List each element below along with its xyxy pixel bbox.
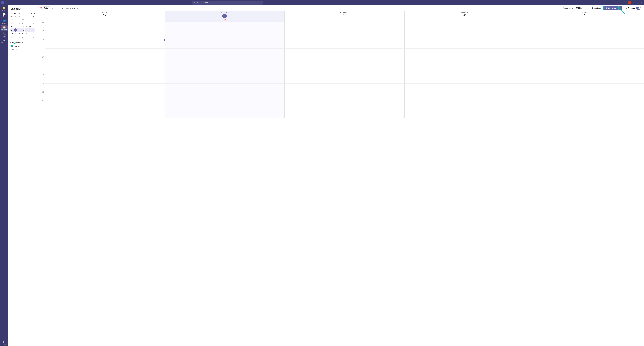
time-cell-19-fri[interactable] bbox=[524, 101, 644, 110]
time-cell-19-wed[interactable] bbox=[284, 101, 404, 110]
sidebar-item-calendar[interactable]: 📅 Calendar bbox=[0, 25, 8, 31]
time-cell-15-mon[interactable] bbox=[45, 66, 164, 75]
time-cell-11-wed[interactable] bbox=[284, 31, 404, 40]
sidebar-item-teams[interactable]: 👥 Teams bbox=[0, 19, 8, 25]
time-cell-17-fri[interactable] bbox=[524, 83, 644, 92]
sidebar-item-more[interactable]: ··· bbox=[0, 336, 8, 340]
time-cell-11-tue[interactable] bbox=[164, 31, 284, 40]
mini-cal-day[interactable]: 3 bbox=[10, 21, 14, 25]
mini-cal-day[interactable]: 26 bbox=[18, 32, 21, 35]
mini-cal-prev-btn[interactable]: ▲ bbox=[30, 12, 33, 15]
nav-forward-btn[interactable]: › bbox=[9, 1, 11, 4]
mini-cal-day[interactable]: 5 bbox=[18, 21, 21, 25]
filter-btn[interactable]: ☰ Filter ▾ bbox=[575, 6, 585, 10]
time-cell-14-fri[interactable] bbox=[524, 57, 644, 66]
time-cell-12-wed[interactable] bbox=[284, 40, 404, 48]
mini-cal-day[interactable]: 14 bbox=[25, 25, 28, 28]
time-cell-11-mon[interactable] bbox=[45, 31, 164, 40]
sidebar-item-activity[interactable]: 🔔 Activity bbox=[0, 6, 8, 12]
time-cell-10-thu[interactable] bbox=[404, 22, 524, 31]
time-cell-13-wed[interactable] bbox=[284, 48, 404, 57]
mini-cal-day[interactable]: 7 bbox=[25, 21, 28, 25]
mini-cal-day[interactable]: 17 bbox=[10, 28, 14, 32]
new-calendar-toggle[interactable] bbox=[636, 7, 641, 10]
mini-cal-day[interactable] bbox=[14, 35, 17, 39]
time-cell-15-wed[interactable] bbox=[284, 66, 404, 75]
mini-cal-day[interactable]: 2 bbox=[32, 32, 35, 35]
time-cell-12-mon[interactable] bbox=[45, 40, 164, 48]
time-cell-14-tue[interactable] bbox=[164, 57, 284, 66]
mini-cal-day[interactable]: 15 bbox=[28, 25, 32, 28]
mini-cal-day[interactable]: 6 bbox=[21, 21, 24, 25]
time-cell-12-tue[interactable] bbox=[164, 40, 284, 48]
time-cell-17-thu[interactable] bbox=[404, 83, 524, 92]
time-cell-20-wed[interactable] bbox=[284, 110, 404, 119]
mini-cal-day[interactable]: 10 bbox=[10, 25, 14, 28]
mini-cal-day[interactable]: 12 bbox=[18, 25, 21, 28]
sidebar-item-apps[interactable]: ⊞ Apps bbox=[0, 340, 8, 346]
mini-cal-day[interactable]: 1 bbox=[28, 32, 32, 35]
maximize-btn[interactable]: □ bbox=[636, 1, 639, 4]
time-cell-12-thu[interactable] bbox=[404, 40, 524, 48]
time-cell-10-tue[interactable] bbox=[164, 22, 284, 31]
time-cell-16-thu[interactable] bbox=[404, 75, 524, 83]
day-header-thu[interactable]: Thursday 20 bbox=[404, 11, 524, 22]
mini-cal-day[interactable]: 5 bbox=[18, 35, 21, 39]
time-cell-17-wed[interactable] bbox=[284, 83, 404, 92]
more-options-btn[interactable]: ··· bbox=[624, 1, 627, 4]
calendar-item-main[interactable]: ✓ Calendar bbox=[9, 45, 36, 48]
time-cell-14-mon[interactable] bbox=[45, 57, 164, 66]
mini-cal-day[interactable]: 6 bbox=[21, 35, 24, 39]
time-cell-13-fri[interactable] bbox=[524, 48, 644, 57]
time-cell-10-mon[interactable] bbox=[45, 22, 164, 31]
mini-cal-day[interactable]: 20 bbox=[21, 28, 24, 32]
search-input[interactable] bbox=[197, 1, 261, 4]
mini-cal-day[interactable]: 13 bbox=[21, 25, 24, 28]
mini-cal-day[interactable]: 24 bbox=[10, 32, 14, 35]
mini-cal-day-today[interactable]: 18 bbox=[14, 28, 17, 32]
date-range-display[interactable]: 17–21 February, 2025 ▾ bbox=[58, 7, 78, 9]
time-cell-18-wed[interactable] bbox=[284, 92, 404, 101]
time-cell-17-tue[interactable] bbox=[164, 83, 284, 92]
time-cell-17-mon[interactable] bbox=[45, 83, 164, 92]
time-cell-11-thu[interactable] bbox=[404, 31, 524, 40]
mini-cal-day[interactable]: 21 bbox=[25, 28, 28, 32]
time-cell-16-fri[interactable] bbox=[524, 75, 644, 83]
sidebar-item-chat[interactable]: 💬 Chat bbox=[0, 12, 8, 18]
mini-cal-day[interactable]: 11 bbox=[14, 25, 17, 28]
mini-cal-day[interactable]: 7 bbox=[25, 35, 28, 39]
time-cell-18-mon[interactable] bbox=[45, 92, 164, 101]
close-btn[interactable]: ✕ bbox=[640, 1, 643, 4]
time-cell-18-tue[interactable] bbox=[164, 92, 284, 101]
mini-cal-day[interactable]: 29 bbox=[18, 18, 21, 21]
time-cell-12-fri[interactable] bbox=[524, 40, 644, 48]
mini-cal-day[interactable]: 1 bbox=[28, 18, 32, 21]
mini-cal-day[interactable]: 19 bbox=[18, 28, 21, 32]
time-cell-13-tue[interactable] bbox=[164, 48, 284, 57]
more-toolbar-btn[interactable]: ··· bbox=[586, 6, 590, 10]
mini-cal-day[interactable]: 2 bbox=[32, 18, 35, 21]
time-cell-14-thu[interactable] bbox=[404, 57, 524, 66]
day-header-tue[interactable]: Tuesday 18 📌 bbox=[164, 11, 284, 22]
time-cell-16-mon[interactable] bbox=[45, 75, 164, 83]
time-cell-16-tue[interactable] bbox=[164, 75, 284, 83]
mini-cal-day[interactable]: 3 bbox=[10, 35, 14, 39]
mini-cal-day[interactable]: 22 bbox=[28, 28, 32, 32]
mini-cal-day[interactable]: 27 bbox=[10, 18, 14, 21]
time-cell-15-thu[interactable] bbox=[404, 66, 524, 75]
mini-cal-day[interactable]: 23 bbox=[32, 28, 35, 32]
time-cell-13-mon[interactable] bbox=[45, 48, 164, 57]
my-calendars-section[interactable]: ▼ My calendars bbox=[9, 41, 36, 45]
time-cell-20-fri[interactable] bbox=[524, 110, 644, 119]
meet-now-btn[interactable]: 🎙 Meet now bbox=[590, 6, 603, 10]
today-btn[interactable]: Today bbox=[42, 6, 50, 10]
mini-cal-day[interactable]: 9 bbox=[32, 21, 35, 25]
mini-cal-day[interactable]: 28 bbox=[25, 32, 28, 35]
time-cell-13-thu[interactable] bbox=[404, 48, 524, 57]
time-cell-20-thu[interactable] bbox=[404, 110, 524, 119]
work-week-btn[interactable]: Work week ▾ bbox=[562, 6, 574, 10]
time-cell-10-fri[interactable] bbox=[524, 22, 644, 31]
time-cell-15-tue[interactable] bbox=[164, 66, 284, 75]
time-cell-11-fri[interactable] bbox=[524, 31, 644, 40]
time-cell-14-wed[interactable] bbox=[284, 57, 404, 66]
